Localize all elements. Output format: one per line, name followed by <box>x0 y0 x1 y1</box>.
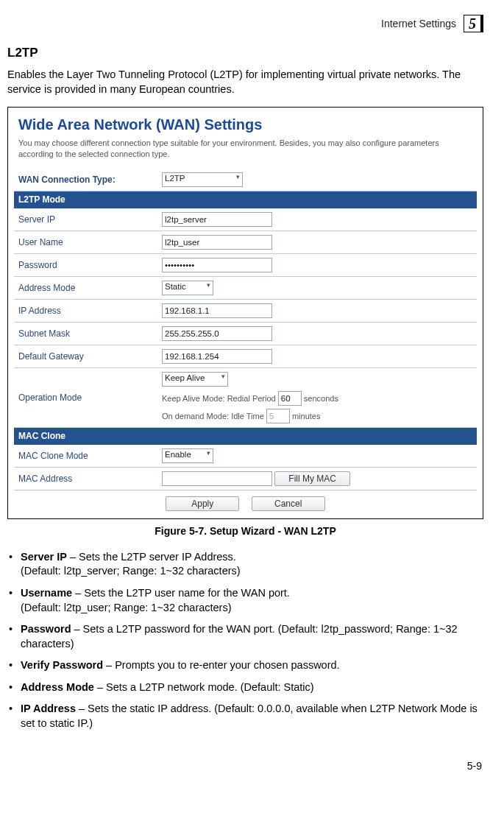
group-mac-clone: MAC Clone <box>14 427 477 444</box>
term-username: Username <box>21 587 72 599</box>
address-mode-value: Static <box>165 282 186 291</box>
list-item: IP Address – Sets the static IP address.… <box>7 702 483 731</box>
section-heading: L2TP <box>7 46 483 60</box>
operation-mode-label: Operation Mode <box>14 367 157 427</box>
address-mode-label: Address Mode <box>14 276 157 299</box>
mac-clone-mode-select[interactable]: Enable ▾ <box>162 448 213 463</box>
wan-conn-value: L2TP <box>165 174 185 183</box>
idle-time-unit: minutes <box>292 412 321 420</box>
header-title: Internet Settings <box>381 18 456 29</box>
settings-form: WAN Connection Type: L2TP ▾ L2TP Mode Se… <box>14 169 477 490</box>
wan-conn-select[interactable]: L2TP ▾ <box>162 172 243 187</box>
subnet-mask-input[interactable] <box>162 326 272 341</box>
ip-address-input[interactable] <box>162 303 272 318</box>
list-item: Password – Sets a L2TP password for the … <box>7 622 483 651</box>
mac-address-label: MAC Address <box>14 467 157 490</box>
idle-time-text: On demand Mode: Idle Time <box>162 412 264 420</box>
idle-time-input[interactable] <box>266 409 290 423</box>
page-number: 5-9 <box>7 760 483 772</box>
fill-my-mac-button[interactable]: Fill My MAC <box>274 471 350 486</box>
cancel-button[interactable]: Cancel <box>252 496 325 511</box>
screenshot-frame: Wide Area Network (WAN) Settings You may… <box>7 107 483 519</box>
group-l2tp-mode: L2TP Mode <box>14 191 477 208</box>
list-item: Server IP – Sets the L2TP server IP Addr… <box>7 550 483 579</box>
term-server-ip: Server IP <box>21 551 67 563</box>
default-gateway-label: Default Gateway <box>14 345 157 367</box>
mac-clone-mode-label: MAC Clone Mode <box>14 444 157 467</box>
operation-mode-select[interactable]: Keep Alive ▾ <box>162 372 228 387</box>
desc-text: – Prompts you to re-enter your chosen pa… <box>103 659 340 671</box>
desc-text: (Default: l2tp_user; Range: 1~32 charact… <box>21 602 232 613</box>
term-password: Password <box>21 623 71 635</box>
redial-period-unit: senconds <box>304 394 338 403</box>
redial-period-text: Keep Alive Mode: Redial Period <box>162 394 276 403</box>
desc-text: – Sets the L2TP server IP Address. <box>67 551 236 563</box>
username-label: User Name <box>14 230 157 253</box>
panel-title: Wide Area Network (WAN) Settings <box>14 113 477 138</box>
desc-text: – Sets the L2TP user name for the WAN po… <box>72 587 290 599</box>
server-ip-label: Server IP <box>14 208 157 230</box>
mac-clone-mode-value: Enable <box>165 450 191 459</box>
chevron-down-icon: ▾ <box>207 449 210 457</box>
password-label: Password <box>14 253 157 276</box>
desc-text: (Default: l2tp_server; Range: 1~32 chara… <box>21 565 241 577</box>
server-ip-input[interactable] <box>162 212 272 227</box>
term-ip-address: IP Address <box>21 703 76 714</box>
description-list: Server IP – Sets the L2TP server IP Addr… <box>7 550 483 731</box>
wan-conn-label: WAN Connection Type: <box>14 169 157 191</box>
term-verify-password: Verify Password <box>21 659 103 671</box>
address-mode-select[interactable]: Static ▾ <box>162 281 213 295</box>
list-item: Verify Password – Prompts you to re-ente… <box>7 658 483 673</box>
chapter-number: 5 <box>464 15 483 32</box>
chevron-down-icon: ▾ <box>207 281 210 289</box>
password-input[interactable] <box>162 258 272 272</box>
apply-button[interactable]: Apply <box>166 496 239 511</box>
ip-address-label: IP Address <box>14 299 157 322</box>
desc-text: – Sets a L2TP password for the WAN port.… <box>21 623 458 650</box>
section-intro: Enables the Layer Two Tunneling Protocol… <box>7 68 483 96</box>
chevron-down-icon: ▾ <box>236 173 240 180</box>
redial-period-input[interactable] <box>278 391 302 406</box>
desc-text: – Sets a L2TP network mode. (Default: St… <box>94 681 314 693</box>
figure-caption: Figure 5-7. Setup Wizard - WAN L2TP <box>7 525 483 537</box>
subnet-mask-label: Subnet Mask <box>14 322 157 345</box>
username-input[interactable] <box>162 235 272 250</box>
default-gateway-input[interactable] <box>162 349 272 364</box>
panel-subtitle: You may choose different connection type… <box>14 138 477 169</box>
list-item: Address Mode – Sets a L2TP network mode.… <box>7 680 483 695</box>
term-address-mode: Address Mode <box>21 681 94 693</box>
operation-mode-value: Keep Alive <box>165 373 205 382</box>
chevron-down-icon: ▾ <box>221 373 225 380</box>
desc-text: – Sets the static IP address. (Default: … <box>21 703 478 729</box>
list-item: Username – Sets the L2TP user name for t… <box>7 586 483 615</box>
mac-address-input[interactable] <box>162 471 272 486</box>
